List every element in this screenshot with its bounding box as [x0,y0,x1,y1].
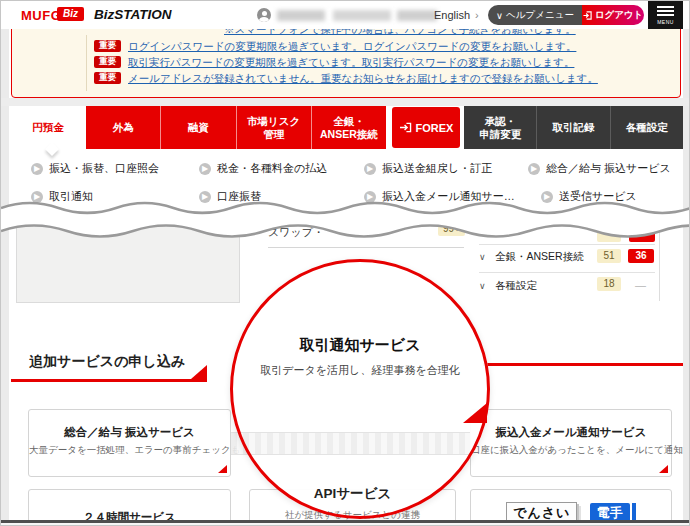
notice-link-email-registration[interactable]: メールアドレスが登録されていません。重要なお知らせをお届けしますので登録をお願い… [128,72,598,86]
tab-loans[interactable]: 融資 [161,106,236,149]
row-divider [268,247,464,248]
important-notice-box: ※スマートフォンで操作中の場合は、パソコンで手続きをお願いします。 重要 ログイ… [11,28,681,98]
menu-label: MENU [657,19,674,25]
alert-badge: 36 [628,249,654,263]
notice-link-smartphone[interactable]: ※スマートフォンで操作中の場合は、パソコンで手続きをお願いします。 [224,28,576,37]
forex-label: FOREX [416,122,454,134]
corner-triangle-icon [659,465,668,473]
corner-triangle-icon [218,465,227,473]
logout-icon [583,11,592,20]
user-name-redacted [333,10,391,21]
menu-link-tax-payment[interactable]: ▶ 税金・各種料金の払込 [199,161,327,176]
user-avatar-icon [257,8,271,22]
row-divider [479,272,655,273]
menu-link-transfer-inquiry[interactable]: ▶ 振込・振替、口座照会 [31,161,159,176]
chevron-down-icon[interactable]: ∨ [479,252,486,262]
arrow-bullet-icon: ▶ [364,163,376,175]
card-deposit-mail-notice[interactable]: 振込入金メール通知サービス 口座に振込入金があったことを、メールにて通知 [470,409,672,477]
tab-settings[interactable]: 各種設定 [611,106,683,149]
notice-link-login-password[interactable]: ログインパスワードの変更期限を過ぎています。ログインパスワードの変更をお願いしま… [128,40,576,54]
section-underline-triangle [191,365,207,379]
tab-yen-deposit[interactable]: 円預金 [11,106,86,149]
biz-logo-badge: Biz [57,7,84,21]
notice-link-transaction-password[interactable]: 取引実行パスワードの変更期限を過ぎています。取引実行パスワードの変更をお願いしま… [128,56,574,70]
no-alert-dash: — [635,279,646,291]
important-badge: 重要 [94,72,121,84]
bizstation-screen: MUFG Biz BizSTATION English › ∨ ヘルプメニュー … [0,0,690,526]
chevron-right-icon: › [475,9,479,21]
tab-transaction-records[interactable]: 取引記録 [537,106,610,149]
hamburger-icon [657,6,674,8]
forex-external-icon [399,122,412,133]
arrow-bullet-icon: ▶ [528,163,540,175]
section-underline [11,379,207,382]
magnifier-ring [230,259,490,519]
forex-button[interactable]: FOREX [392,107,460,148]
card-desc: 大量データを一括処理、エラーの事前チェックも [29,444,230,457]
tab-market-risk[interactable]: 市場リスク 管理 [237,106,312,149]
tab-foreign-exchange[interactable]: 外為 [86,106,161,149]
panel-row-zengin-anser[interactable]: 全銀・ANSER接続 [495,250,584,264]
section-underline-right [483,363,683,366]
mufg-logo: MUFG [21,8,61,23]
card-desc: 口座に振込入金があったことを、メールにて通知 [471,444,671,457]
primary-nav: 円預金 外為 融資 市場リスク 管理 全銀・ ANSER接続 [11,106,386,149]
chevron-down-icon[interactable]: ∨ [479,281,486,291]
english-link[interactable]: English [434,9,470,21]
section-title-additional-services: 追加サービスの申し込み [29,353,185,371]
magnified-corner-triangle [463,403,487,423]
tab-approval-request[interactable]: 承認・ 申請変更 [464,106,537,149]
magnifier-service-desc: 取引データを活用し、経理事務を合理化 [230,363,490,378]
arrow-bullet-icon: ▶ [199,163,211,175]
arrow-bullet-icon: ▶ [31,163,43,175]
tab-zengin-anser[interactable]: 全銀・ ANSER接続 [312,106,386,149]
header-gap-band [1,98,690,106]
user-name-redacted [277,10,325,21]
important-badge: 重要 [94,40,121,52]
count-badge: 51 [597,249,621,263]
menu-link-sogo-kyuyo-transfer[interactable]: ▶ 総合／給与 振込サービス [528,161,671,176]
card-title: 振込入金メール通知サービス [471,425,671,440]
help-menu-button[interactable]: ∨ ヘルプメニュー [488,5,582,25]
bizstation-logo: BizSTATION [94,7,172,22]
hamburger-menu-button[interactable]: MENU [648,1,683,29]
header: MUFG Biz BizSTATION English › ∨ ヘルプメニュー … [1,1,690,29]
chevron-down-icon: ∨ [496,10,503,21]
count-badge: 18 [597,277,621,291]
secondary-nav: 承認・ 申請変更 取引記録 各種設定 [464,106,683,149]
user-name-redacted [397,10,437,21]
help-menu-label: ヘルプメニュー [506,9,574,22]
logout-label: ログアウト [595,9,644,22]
important-badge: 重要 [94,56,121,68]
logout-button[interactable]: ログアウト [582,5,644,25]
menu-link-transfer-cancel[interactable]: ▶ 振込送金組戻し・訂正 [364,161,492,176]
card-title: 総合／給与 振込サービス [29,425,230,440]
card-sogo-kyuyo-transfer[interactable]: 総合／給与 振込サービス 大量データを一括処理、エラーの事前チェックも [28,409,231,477]
torn-content-divider [1,197,690,247]
panel-row-settings[interactable]: 各種設定 [495,279,537,293]
magnifier-service-title: 取引通知サービス [240,336,480,355]
